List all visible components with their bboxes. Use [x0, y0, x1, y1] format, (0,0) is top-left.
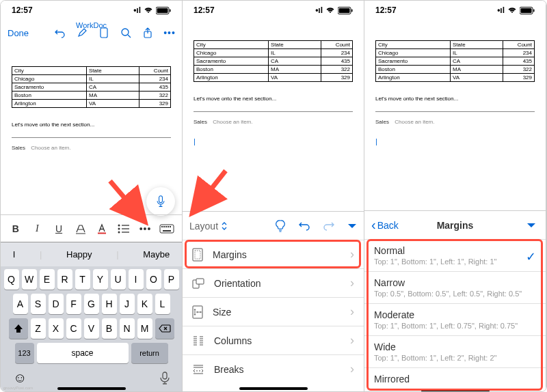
key-h[interactable]: H	[102, 294, 117, 314]
font-color-button[interactable]	[94, 221, 110, 237]
key-e[interactable]: E	[40, 269, 55, 290]
key-c[interactable]: C	[66, 318, 81, 339]
key-s[interactable]: S	[31, 294, 46, 314]
key-j[interactable]: J	[120, 294, 135, 314]
divider	[194, 111, 353, 112]
svg-rect-26	[351, 9, 353, 12]
shift-key[interactable]	[9, 318, 28, 339]
share-icon[interactable]	[142, 27, 153, 38]
svg-rect-31	[196, 279, 204, 284]
key-b[interactable]: B	[102, 318, 117, 339]
italic-button[interactable]: I	[29, 221, 45, 237]
phone-screen-2: 12:57 •ıl City State Count ChicagoIL234 …	[183, 1, 364, 391]
bullets-button[interactable]	[116, 221, 132, 237]
highlight-text-button[interactable]	[72, 221, 89, 237]
return-key[interactable]: return	[131, 343, 168, 363]
key-l[interactable]: L	[155, 294, 170, 314]
suggestion-1[interactable]: I	[6, 249, 23, 260]
dictation-mic[interactable]	[146, 187, 175, 216]
menu-size[interactable]: Size	[183, 297, 364, 326]
key-t[interactable]: T	[75, 269, 90, 290]
menu-margins[interactable]: Margins	[183, 240, 364, 268]
key-f[interactable]: F	[66, 294, 81, 314]
key-u[interactable]: U	[111, 269, 126, 290]
svg-rect-29	[195, 251, 200, 259]
time: 12:57	[375, 5, 397, 15]
key-v[interactable]: V	[84, 318, 99, 339]
battery-icon	[338, 7, 353, 14]
redo-icon[interactable]	[323, 221, 335, 232]
key-d[interactable]: D	[49, 294, 64, 314]
done-button[interactable]: Done	[8, 28, 29, 38]
keyboard: Q W E R T Y U I O P A S D F G H J K L Z …	[1, 266, 182, 391]
back-button[interactable]: ‹ Back	[371, 217, 399, 233]
signal-icon: •ıl	[315, 5, 323, 15]
svg-rect-3	[101, 28, 107, 38]
key-q[interactable]: Q	[4, 269, 19, 290]
choose-item[interactable]: Choose an item.	[213, 119, 252, 125]
emoji-key[interactable]: ☺	[13, 370, 27, 386]
search-icon[interactable]	[120, 27, 131, 38]
key-o[interactable]: O	[146, 269, 161, 290]
key-w[interactable]: W	[22, 269, 37, 290]
svg-rect-21	[163, 230, 171, 232]
suggestion-2[interactable]: Happy	[59, 249, 99, 260]
divider	[375, 111, 535, 112]
menu-breaks[interactable]: Breaks	[183, 354, 364, 383]
menu-columns[interactable]: Columns	[183, 326, 364, 354]
choose-item[interactable]: Choose an item.	[31, 145, 70, 151]
layout-dropdown[interactable]: Layout	[189, 221, 228, 232]
home-indicator	[421, 390, 490, 391]
key-n[interactable]: N	[120, 318, 135, 339]
watermark: groovyPost.com	[3, 386, 33, 390]
highlight-icon[interactable]	[77, 27, 88, 38]
key-r[interactable]: R	[57, 269, 72, 290]
more-icon[interactable]: •••	[164, 27, 175, 38]
key-a[interactable]: A	[13, 294, 28, 314]
key-x[interactable]: X	[49, 318, 64, 339]
margin-normal[interactable]: Normal Top: 1", Bottom: 1", Left: 1", Ri…	[364, 239, 546, 271]
text-cursor: |	[375, 137, 535, 145]
collapse-icon[interactable]	[526, 222, 536, 229]
status-bar: 12:57 •ıl	[364, 1, 546, 20]
margin-mirrored[interactable]: Mirrored	[364, 367, 546, 391]
divider	[12, 137, 171, 138]
data-table[interactable]: City State Count ChicagoIL234 Sacramento…	[12, 66, 171, 108]
underline-button[interactable]: U	[51, 221, 67, 237]
device-icon[interactable]	[98, 27, 109, 38]
mic-key[interactable]	[160, 372, 170, 385]
key-p[interactable]: P	[164, 269, 179, 290]
undo-icon[interactable]	[55, 27, 66, 38]
keyboard-toggle-button[interactable]	[159, 221, 175, 237]
phone-screen-1: 12:57 •ıl WorkDoc Done ••• City State	[1, 1, 183, 391]
svg-rect-15	[160, 225, 174, 233]
margin-narrow[interactable]: Narrow Top: 0.5", Bottom: 0.5", Left: 0.…	[364, 271, 546, 303]
key-i[interactable]: I	[129, 269, 144, 290]
space-key[interactable]: space	[37, 343, 129, 363]
backspace-key[interactable]	[155, 318, 174, 339]
undo-icon[interactable]	[298, 221, 310, 232]
key-g[interactable]: G	[84, 294, 99, 314]
key-z[interactable]: Z	[31, 318, 46, 339]
suggestion-3[interactable]: Maybe	[136, 249, 176, 260]
data-table[interactable]: City State Count ChicagoIL234 Sacramento…	[375, 40, 535, 82]
margin-moderate[interactable]: Moderate Top: 1", Bottom: 1", Left: 0.75…	[364, 303, 546, 335]
bold-button[interactable]: B	[8, 221, 24, 237]
sales-label: Sales	[194, 119, 207, 125]
data-table[interactable]: City State Count ChicagoIL234 Sacramento…	[194, 40, 353, 82]
numbers-key[interactable]: 123	[15, 343, 34, 363]
signal-icon: •ıl	[133, 5, 141, 15]
key-k[interactable]: K	[137, 294, 152, 314]
margins-options: Normal Top: 1", Bottom: 1", Left: 1", Ri…	[364, 239, 546, 391]
ideas-icon[interactable]	[275, 220, 286, 232]
collapse-icon[interactable]	[347, 223, 357, 229]
svg-rect-1	[157, 8, 168, 13]
margin-wide[interactable]: Wide Top: 1", Bottom: 1", Left: 2", Righ…	[364, 335, 546, 367]
choose-item[interactable]: Choose an item.	[395, 119, 434, 125]
more-format-button[interactable]: •••	[137, 221, 154, 237]
status-bar: 12:57 •ıl	[183, 1, 364, 20]
key-m[interactable]: M	[137, 318, 152, 339]
menu-orientation[interactable]: Orientation	[183, 268, 364, 297]
chevron-right-icon	[350, 276, 354, 290]
key-y[interactable]: Y	[93, 269, 108, 290]
